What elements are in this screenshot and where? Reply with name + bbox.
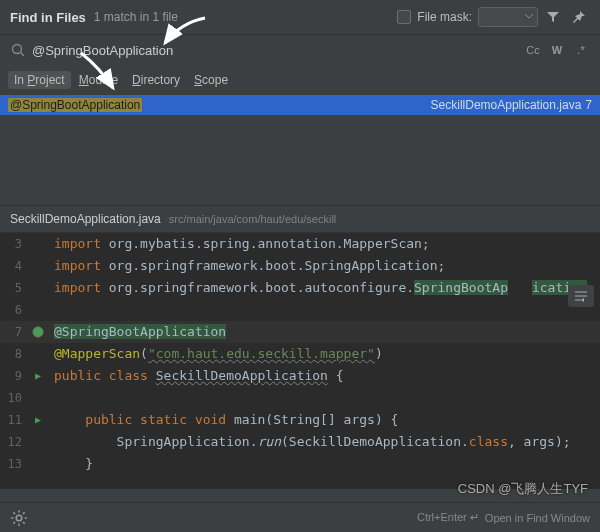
result-filename: SeckillDemoApplication.java — [431, 98, 582, 112]
tab-module[interactable]: Module — [73, 71, 124, 89]
footer-hint: Ctrl+Enter ↵ — [417, 511, 479, 524]
results-empty-area — [0, 115, 600, 205]
match-count: 1 match in 1 file — [94, 10, 178, 24]
filemask-input[interactable] — [478, 7, 538, 27]
chevron-down-icon — [525, 14, 533, 19]
preview-filename: SeckillDemoApplication.java — [10, 212, 161, 226]
soft-wrap-icon[interactable] — [568, 285, 594, 307]
filter-icon[interactable] — [542, 6, 564, 28]
regex-toggle[interactable]: .* — [570, 40, 592, 60]
circle-icon — [28, 326, 48, 338]
scope-tabs: In Project Module Directory Scope — [0, 67, 600, 95]
run-icon[interactable]: ▶ — [28, 409, 48, 431]
dialog-header: Find in Files 1 match in 1 file File mas… — [0, 0, 600, 35]
run-icon[interactable]: ▶ — [28, 365, 48, 387]
match-case-toggle[interactable]: Cc — [522, 40, 544, 60]
result-row[interactable]: @SpringBootApplication SeckillDemoApplic… — [0, 95, 600, 115]
svg-point-0 — [13, 45, 22, 54]
filemask-checkbox[interactable] — [397, 10, 411, 24]
search-row: Cc W .* — [0, 35, 600, 67]
tab-in-project[interactable]: In Project — [8, 71, 71, 89]
preview-path: src/main/java/com/haut/edu/seckill — [169, 213, 337, 225]
svg-point-3 — [16, 515, 22, 521]
search-input[interactable] — [32, 39, 522, 61]
pin-icon[interactable] — [568, 6, 590, 28]
footer-action[interactable]: Open in Find Window — [485, 512, 590, 524]
preview-header: SeckillDemoApplication.java src/main/jav… — [0, 205, 600, 233]
gear-icon[interactable] — [10, 509, 28, 527]
svg-line-1 — [21, 53, 25, 57]
svg-point-2 — [33, 327, 43, 337]
search-icon — [8, 40, 28, 60]
result-match-text: @SpringBootApplication — [8, 98, 142, 112]
words-toggle[interactable]: W — [546, 40, 568, 60]
result-line-number: 7 — [585, 98, 592, 112]
dialog-footer: Ctrl+Enter ↵ Open in Find Window — [0, 502, 600, 532]
tab-directory[interactable]: Directory — [126, 71, 186, 89]
watermark: CSDN @飞腾人生TYF — [458, 480, 588, 498]
filemask-label: File mask: — [417, 10, 472, 24]
tab-scope[interactable]: Scope — [188, 71, 234, 89]
dialog-title: Find in Files — [10, 10, 86, 25]
code-preview[interactable]: 3import org.mybatis.spring.annotation.Ma… — [0, 233, 600, 489]
